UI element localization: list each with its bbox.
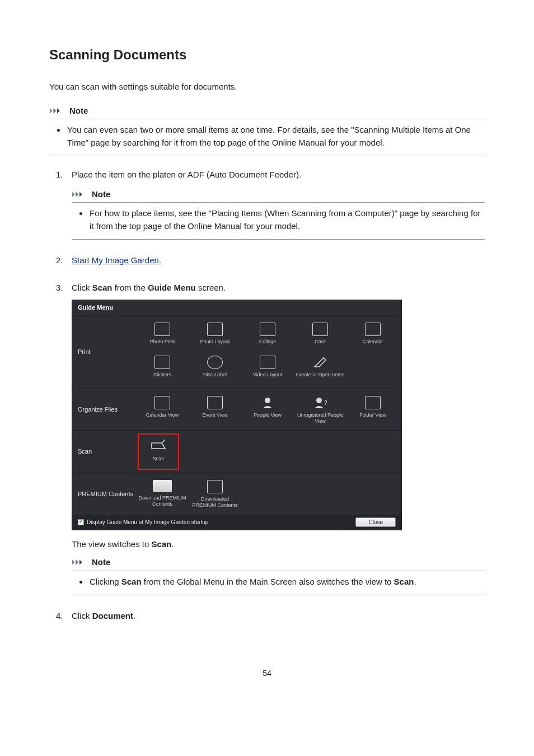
card-button[interactable]: Card (294, 319, 346, 352)
note-title: Note (92, 188, 110, 201)
print-label: Print (72, 316, 134, 389)
intro-text: You can scan with settings suitable for … (49, 81, 485, 94)
scan-label: Scan (72, 431, 134, 473)
unregistered-people-view-button[interactable]: ?Unregistered People View (294, 393, 346, 427)
video-layout-icon (260, 356, 275, 369)
svg-point-0 (265, 398, 270, 403)
pencil-icon (312, 356, 328, 369)
organize-files-label: Organize Files (72, 389, 134, 431)
step-3-text: Click Scan from the Guide Menu screen. (72, 282, 485, 295)
folder-view-button[interactable]: Folder View (346, 393, 399, 427)
photo-layout-button[interactable]: Photo Layout (189, 319, 241, 352)
photo-layout-icon (207, 323, 223, 336)
start-my-image-garden-link[interactable]: Start My Image Garden. (72, 255, 161, 265)
chevrons-icon (72, 190, 87, 198)
guide-menu-print-section: Print Photo Print Photo Layout Collage C… (72, 316, 401, 389)
premium-contents-label: PREMIUM Contents (72, 473, 134, 515)
step-3: Click Scan from the Guide Menu screen. G… (56, 282, 485, 596)
step-1-note-item: For how to place items, see the "Placing… (88, 207, 485, 232)
stickers-button[interactable]: Stickers (136, 352, 189, 385)
calendar-view-button[interactable]: Calendar View (136, 393, 189, 427)
note-title: Note (92, 556, 110, 569)
close-button[interactable]: Close (355, 517, 396, 527)
step-3-after-text: The view switches to Scan. (72, 538, 485, 551)
video-layout-button[interactable]: Video Layout (241, 352, 294, 385)
card-icon (312, 323, 328, 336)
step-2: Start My Image Garden. (56, 254, 485, 267)
creative-park-premium-icon (153, 480, 172, 492)
scanner-icon (148, 437, 168, 453)
step-1: Place the item on the platen or ADF (Aut… (56, 169, 485, 240)
display-guide-menu-checkbox[interactable]: ✓ Display Guide Menu at My Image Garden … (78, 518, 208, 526)
step-1-note-box: Note For how to place items, see the "Pl… (72, 188, 485, 240)
page-title: Scanning Documents (49, 45, 485, 65)
svg-text:?: ? (324, 400, 327, 406)
photo-print-button[interactable]: Photo Print (136, 319, 189, 352)
people-view-icon (260, 396, 275, 409)
create-open-items-button[interactable]: Create or Open Items (294, 352, 346, 385)
calendar-view-icon (154, 396, 170, 409)
checkmark-icon: ✓ (78, 519, 84, 525)
note-title: Note (69, 105, 88, 118)
top-note-item: You can even scan two or more small item… (66, 124, 485, 149)
step-3-note-item: Clicking Scan from the Global Menu in th… (88, 576, 485, 589)
chevrons-icon (49, 107, 65, 115)
disc-label-icon (207, 356, 223, 369)
guide-menu-premium-section: PREMIUM Contents Download PREMIUM Conten… (72, 473, 401, 515)
svg-point-1 (316, 398, 322, 403)
step-4: Click Document. (56, 610, 485, 623)
calendar-button[interactable]: Calendar (346, 319, 399, 352)
event-view-icon (207, 396, 223, 409)
download-premium-button[interactable]: Download PREMIUM Contents (136, 477, 189, 511)
people-view-button[interactable]: People View (241, 393, 294, 427)
page-number: 54 (49, 668, 485, 679)
guide-menu-title: Guide Menu (72, 300, 401, 316)
downloaded-premium-button[interactable]: Downloaded PREMIUM Contents (189, 477, 241, 511)
collage-button[interactable]: Collage (241, 319, 294, 352)
disc-label-button[interactable]: Disc Label (189, 352, 241, 385)
unregistered-people-icon: ? (312, 396, 328, 409)
collage-icon (260, 323, 275, 336)
photo-print-icon (154, 323, 170, 336)
guide-menu-organize-section: Organize Files Calendar View Event View … (72, 389, 401, 431)
folder-view-icon (365, 396, 381, 409)
guide-menu-scan-section: Scan Scan (72, 431, 401, 473)
folder-icon (207, 480, 223, 493)
top-note-box: Note You can even scan two or more small… (49, 105, 485, 157)
scan-button[interactable]: Scan (138, 434, 179, 469)
guide-menu-window: Guide Menu Print Photo Print Photo Layou… (72, 300, 402, 530)
calendar-icon (365, 323, 381, 336)
step-3-note-box: Note Clicking Scan from the Global Menu … (72, 556, 485, 595)
event-view-button[interactable]: Event View (189, 393, 241, 427)
checkbox-label: Display Guide Menu at My Image Garden st… (87, 518, 208, 526)
step-1-text: Place the item on the platen or ADF (Aut… (72, 169, 485, 181)
step-4-text: Click Document. (72, 610, 485, 623)
stickers-icon (154, 356, 170, 369)
chevrons-icon (72, 558, 87, 566)
